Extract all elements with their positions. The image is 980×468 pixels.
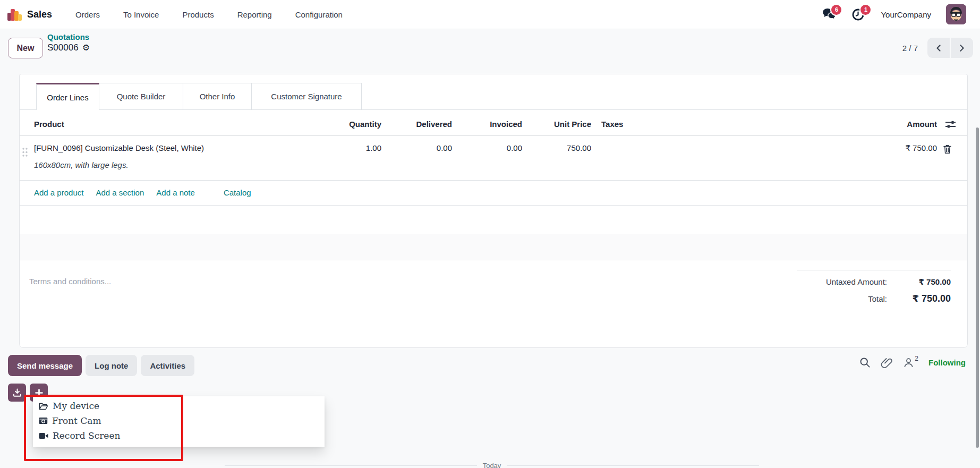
total-label: Total: [868, 294, 887, 303]
menu-to-invoice[interactable]: To Invoice [123, 10, 159, 19]
record-name: S00006 [47, 43, 79, 52]
column-delivered[interactable]: Delivered [416, 120, 452, 129]
following-toggle[interactable]: Following [928, 358, 966, 367]
activities-count-badge: 1 [859, 4, 872, 16]
pager-count: 2 / 7 [902, 44, 918, 53]
empty-list-row [20, 205, 967, 234]
form-sheet: Order Lines Quote Builder Other Info Cus… [19, 74, 968, 348]
chevron-left-icon [935, 44, 942, 52]
person-icon [903, 357, 914, 368]
column-unit-price[interactable]: Unit Price [554, 120, 591, 129]
video-camera-icon [39, 432, 48, 439]
log-note-button[interactable]: Log note [86, 355, 137, 376]
total-value: ₹ 750.00 [887, 293, 951, 304]
column-invoiced[interactable]: Invoiced [490, 120, 522, 129]
breadcrumb: Quotations S00006 ⚙ [47, 33, 90, 52]
order-lines-header: Product Quantity Delivered Invoiced Unit… [20, 115, 967, 135]
line-invoiced[interactable]: 0.00 [507, 143, 522, 152]
untaxed-amount-label: Untaxed Amount: [826, 277, 887, 286]
tab-quote-builder[interactable]: Quote Builder [99, 83, 183, 109]
column-product[interactable]: Product [34, 120, 64, 129]
download-attachment-button[interactable] [8, 384, 26, 402]
menu-item-my-device[interactable]: My device [39, 398, 325, 413]
plus-icon [35, 389, 43, 397]
menu-orders[interactable]: Orders [75, 10, 100, 19]
send-message-button[interactable]: Send message [8, 355, 82, 376]
main-menu: Orders To Invoice Products Reporting Con… [75, 10, 343, 19]
date-divider-label: Today [483, 462, 501, 468]
empty-list-row [20, 234, 967, 260]
line-quantity[interactable]: 1.00 [366, 143, 381, 152]
search-icon [859, 357, 871, 368]
order-line-row[interactable]: [FURN_0096] Customizable Desk (Steel, Wh… [20, 135, 967, 181]
sliders-icon [944, 120, 957, 129]
delete-line-button[interactable] [943, 144, 952, 156]
sales-app-icon[interactable] [7, 7, 22, 22]
gear-icon[interactable]: ⚙ [82, 44, 90, 52]
app-name[interactable]: Sales [27, 9, 52, 20]
menu-item-front-cam[interactable]: Front Cam [39, 413, 325, 428]
breadcrumb-quotations[interactable]: Quotations [47, 33, 90, 41]
pager-next-button[interactable] [951, 38, 973, 58]
add-section-link[interactable]: Add a section [96, 188, 144, 197]
attach-files-button[interactable] [881, 356, 893, 369]
tab-customer-signature[interactable]: Customer Signature [251, 83, 362, 109]
totals-block: Untaxed Amount: ₹ 750.00 Total: ₹ 750.00 [797, 270, 951, 310]
top-navbar: Sales Orders To Invoice Products Reporti… [0, 0, 980, 29]
followers-count: 2 [915, 355, 918, 362]
tab-order-lines[interactable]: Order Lines [36, 83, 99, 110]
menu-products[interactable]: Products [182, 10, 214, 19]
chatter-toolbar: 2 Following [859, 356, 966, 369]
add-note-link[interactable]: Add a note [156, 188, 195, 197]
line-product-name[interactable]: [FURN_0096] Customizable Desk (Steel, Wh… [34, 143, 204, 152]
date-divider: Today [225, 462, 759, 468]
folder-open-icon [39, 402, 48, 410]
line-delivered[interactable]: 0.00 [437, 143, 452, 152]
new-button[interactable]: New [8, 38, 43, 58]
camera-icon [39, 417, 48, 424]
menu-reporting[interactable]: Reporting [237, 10, 272, 19]
user-avatar[interactable] [946, 4, 966, 24]
menu-item-record-screen[interactable]: Record Screen [39, 428, 325, 443]
line-unit-price[interactable]: 750.00 [567, 143, 591, 152]
search-messages-button[interactable] [859, 357, 871, 368]
optional-columns-button[interactable] [944, 120, 957, 131]
column-amount[interactable]: Amount [907, 120, 937, 129]
column-taxes[interactable]: Taxes [601, 120, 623, 129]
chatter-buttons: Send message Log note Activities [8, 355, 194, 376]
messages-count-badge: 6 [830, 4, 842, 16]
line-amount: ₹ 750.00 [905, 143, 937, 153]
attachment-source-menu: My device Front Cam Record Screen [33, 396, 325, 447]
paperclip-icon [881, 356, 893, 369]
odoo-sales-window: Sales Orders To Invoice Products Reporti… [0, 0, 980, 468]
terms-and-conditions-input[interactable]: Terms and conditions... [29, 277, 111, 286]
tab-other-info[interactable]: Other Info [183, 83, 252, 109]
drag-handle-icon[interactable] [22, 147, 28, 159]
company-name[interactable]: YourCompany [881, 10, 931, 19]
untaxed-amount-value: ₹ 750.00 [887, 277, 951, 287]
column-quantity[interactable]: Quantity [349, 120, 381, 129]
trash-icon [943, 144, 952, 154]
record-pager [927, 38, 973, 58]
catalog-link[interactable]: Catalog [224, 188, 251, 197]
chevron-right-icon [959, 44, 965, 52]
add-product-link[interactable]: Add a product [34, 188, 83, 197]
line-description[interactable]: 160x80cm, with large legs. [34, 160, 129, 169]
followers-button[interactable]: 2 [903, 357, 918, 368]
navbar-right: 6 1 YourCompany [822, 4, 966, 24]
notebook-tabs: Order Lines Quote Builder Other Info Cus… [20, 83, 967, 110]
menu-configuration[interactable]: Configuration [295, 10, 343, 19]
activities-button-chatter[interactable]: Activities [141, 355, 194, 376]
activities-button[interactable]: 1 [851, 8, 866, 21]
messages-button[interactable]: 6 [822, 8, 837, 21]
download-icon [13, 388, 22, 397]
vertical-scrollbar[interactable] [976, 127, 979, 448]
line-actions: Add a product Add a section Add a note C… [20, 180, 967, 206]
pager-previous-button[interactable] [927, 38, 950, 58]
